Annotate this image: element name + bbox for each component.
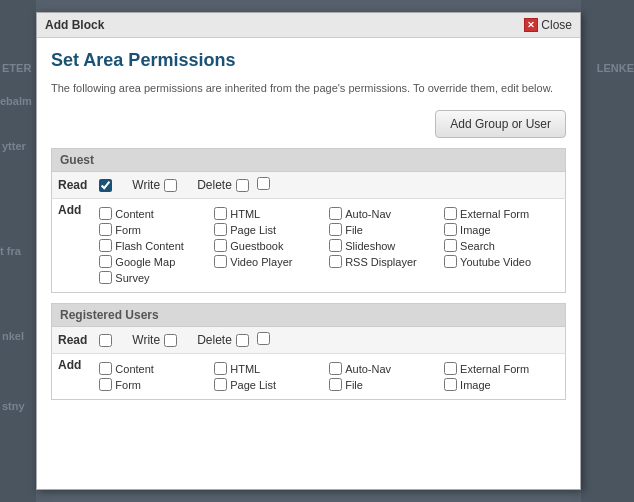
registered-add-items-grid: Content HTML Auto-Nav External Form — [99, 358, 559, 395]
add-item-autonav: Auto-Nav — [329, 207, 444, 220]
reg-label-pagelist: Page List — [230, 379, 276, 391]
label-rss: RSS Displayer — [345, 256, 417, 268]
registered-delete-label: Delete — [197, 333, 232, 347]
checkbox-content[interactable] — [99, 207, 112, 220]
guest-add-items-cell: Content HTML Auto-Nav External Form — [93, 199, 565, 293]
reg-checkbox-file[interactable] — [329, 378, 342, 391]
reg-label-html: HTML — [230, 363, 260, 375]
checkbox-videoplayer[interactable] — [214, 255, 227, 268]
add-item-html: HTML — [214, 207, 329, 220]
checkbox-form[interactable] — [99, 223, 112, 236]
registered-delete-cell: Delete — [197, 333, 249, 347]
checkbox-survey[interactable] — [99, 271, 112, 284]
add-item-youtube: Youtube Video — [444, 255, 559, 268]
page-heading: Set Area Permissions — [51, 50, 566, 71]
checkbox-googlemap[interactable] — [99, 255, 112, 268]
registered-write-label: Write — [132, 333, 160, 347]
checkbox-image[interactable] — [444, 223, 457, 236]
guest-delete-checkbox[interactable] — [236, 179, 249, 192]
add-item-rssdisplayer: RSS Displayer — [329, 255, 444, 268]
guest-delete-cell: Delete — [197, 178, 249, 192]
registered-write-checkbox[interactable] — [164, 334, 177, 347]
description-text: The following area permissions are inher… — [51, 81, 566, 96]
reg-checkbox-autonav[interactable] — [329, 362, 342, 375]
reg-add-item-html: HTML — [214, 362, 329, 375]
label-form: Form — [115, 224, 141, 236]
add-item-file: File — [329, 223, 444, 236]
add-item-extform: External Form — [444, 207, 559, 220]
registered-read-checkbox-cell — [99, 334, 112, 347]
add-item-image: Image — [444, 223, 559, 236]
guest-delete2-checkbox[interactable] — [257, 177, 270, 190]
guest-read-cell: Write Delete — [93, 172, 565, 199]
reg-add-item-form: Form — [99, 378, 214, 391]
guest-add-items-grid: Content HTML Auto-Nav External Form — [99, 203, 559, 288]
registered-delete2-checkbox[interactable] — [257, 332, 270, 345]
reg-label-content: Content — [115, 363, 154, 375]
label-html: HTML — [230, 208, 260, 220]
registered-delete-checkbox[interactable] — [236, 334, 249, 347]
reg-checkbox-image[interactable] — [444, 378, 457, 391]
button-row: Add Group or User — [51, 110, 566, 148]
reg-label-form: Form — [115, 379, 141, 391]
section-header-registered: Registered Users — [51, 303, 566, 326]
add-item-pagelist: Page List — [214, 223, 329, 236]
reg-checkbox-pagelist[interactable] — [214, 378, 227, 391]
label-image: Image — [460, 224, 491, 236]
registered-add-items-cell: Content HTML Auto-Nav External Form — [93, 354, 565, 400]
modal-close-button[interactable]: ✕ Close — [524, 18, 572, 32]
guest-read-checkbox[interactable] — [99, 179, 112, 192]
label-flash: Flash Content — [115, 240, 183, 252]
label-pagelist: Page List — [230, 224, 276, 236]
registered-read-checkbox[interactable] — [99, 334, 112, 347]
read-label-registered: Read — [52, 327, 94, 354]
label-autonav: Auto-Nav — [345, 208, 391, 220]
add-item-form: Form — [99, 223, 214, 236]
guest-write-checkbox[interactable] — [164, 179, 177, 192]
add-item-googlemap: Google Map — [99, 255, 214, 268]
checkbox-pagelist[interactable] — [214, 223, 227, 236]
add-label-registered: Add — [52, 354, 94, 400]
reg-add-item-extform: External Form — [444, 362, 559, 375]
delete-label: Delete — [197, 178, 232, 192]
read-label-guest: Read — [52, 172, 94, 199]
add-group-user-button[interactable]: Add Group or User — [435, 110, 566, 138]
checkbox-slideshow[interactable] — [329, 239, 342, 252]
label-file: File — [345, 224, 363, 236]
add-item-slideshow: Slideshow — [329, 239, 444, 252]
reg-add-item-pagelist: Page List — [214, 378, 329, 391]
reg-label-image: Image — [460, 379, 491, 391]
label-search: Search — [460, 240, 495, 252]
registered-write-cell: Write — [132, 333, 177, 347]
label-extform: External Form — [460, 208, 529, 220]
checkbox-guestbook[interactable] — [214, 239, 227, 252]
reg-checkbox-content[interactable] — [99, 362, 112, 375]
checkbox-file[interactable] — [329, 223, 342, 236]
checkbox-flash[interactable] — [99, 239, 112, 252]
checkbox-extform[interactable] — [444, 207, 457, 220]
reg-add-item-file: File — [329, 378, 444, 391]
reg-checkbox-html[interactable] — [214, 362, 227, 375]
reg-checkbox-extform[interactable] — [444, 362, 457, 375]
add-label-guest: Add — [52, 199, 94, 293]
label-survey: Survey — [115, 272, 149, 284]
guest-read-checkbox-cell — [99, 179, 112, 192]
reg-checkbox-form[interactable] — [99, 378, 112, 391]
checkbox-youtube[interactable] — [444, 255, 457, 268]
write-label: Write — [132, 178, 160, 192]
add-item-search: Search — [444, 239, 559, 252]
checkbox-html[interactable] — [214, 207, 227, 220]
checkbox-rss[interactable] — [329, 255, 342, 268]
label-youtube: Youtube Video — [460, 256, 531, 268]
label-guestbook: Guestbook — [230, 240, 283, 252]
modal-titlebar: Add Block ✕ Close — [37, 13, 580, 38]
guest-read-row: Read Write Delete — [52, 172, 566, 199]
reg-label-file: File — [345, 379, 363, 391]
checkbox-search[interactable] — [444, 239, 457, 252]
guest-write-cell: Write — [132, 178, 177, 192]
add-item-flash: Flash Content — [99, 239, 214, 252]
checkbox-autonav[interactable] — [329, 207, 342, 220]
registered-read-row: Read Write Delete — [52, 327, 566, 354]
close-icon: ✕ — [524, 18, 538, 32]
modal-body: Set Area Permissions The following area … — [37, 38, 580, 489]
